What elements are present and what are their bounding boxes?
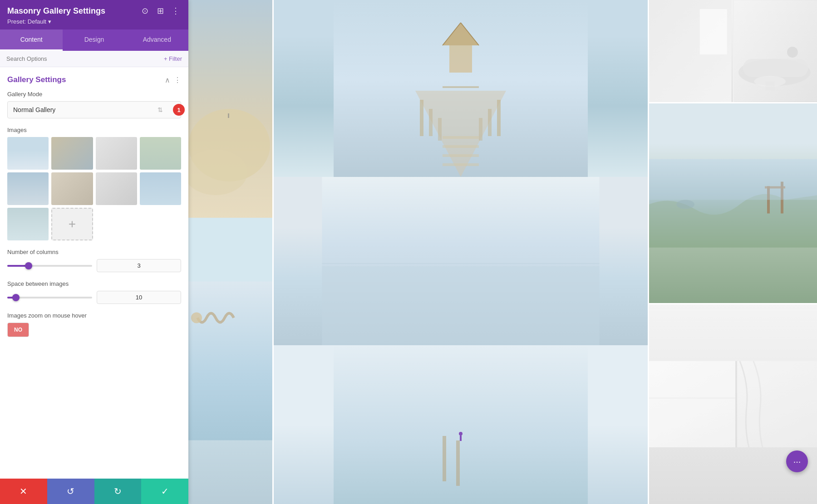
- zoom-off-option[interactable]: NO: [8, 323, 29, 337]
- svg-point-44: [676, 200, 694, 209]
- images-label: Images: [7, 127, 181, 133]
- svg-rect-10: [429, 109, 433, 136]
- svg-rect-3: [228, 113, 229, 118]
- step-badge: 1: [173, 104, 185, 116]
- tab-bar: Content Design Advanced: [0, 29, 188, 51]
- svg-rect-49: [649, 361, 735, 447]
- bottom-action-bar: ✕ ↺ ↻ ✓: [0, 479, 188, 504]
- gallery-mode-wrapper: Normal Gallery Filterable Gallery ⇅ 1: [7, 101, 181, 118]
- space-slider-thumb[interactable]: [12, 294, 20, 301]
- gallery-mode-label: Gallery Mode: [7, 91, 181, 98]
- panel-title: Masonry Gallery Settings: [7, 6, 105, 16]
- gallery-column-1: [188, 0, 272, 504]
- svg-rect-33: [734, 0, 817, 102]
- columns-value-input[interactable]: [97, 259, 181, 272]
- space-slider-row: [7, 291, 181, 304]
- target-icon[interactable]: ⊙: [139, 5, 150, 16]
- zoom-field: Images zoom on mouse hover NO: [7, 312, 181, 337]
- svg-rect-7: [443, 86, 479, 88]
- space-label: Space between images: [7, 280, 181, 287]
- tab-design[interactable]: Design: [63, 29, 125, 51]
- svg-rect-8: [420, 100, 423, 136]
- svg-rect-43: [649, 159, 817, 200]
- svg-rect-15: [449, 45, 472, 73]
- gallery-image-ocean-horizon: [274, 177, 648, 345]
- columns-label: Number of columns: [7, 249, 181, 255]
- svg-rect-18: [443, 136, 479, 139]
- svg-rect-23: [322, 266, 599, 345]
- image-thumb-5[interactable]: [7, 172, 49, 205]
- image-thumb-4[interactable]: [140, 137, 181, 170]
- preset-label[interactable]: Preset: Default ▾: [7, 18, 181, 25]
- images-grid: +: [7, 137, 181, 240]
- image-thumb-7[interactable]: [96, 172, 137, 205]
- filter-button[interactable]: + Filter: [164, 55, 182, 62]
- gallery-top-row: [649, 0, 817, 102]
- search-input[interactable]: [6, 55, 160, 62]
- svg-rect-38: [765, 81, 774, 90]
- grid-icon[interactable]: ⊞: [155, 5, 166, 16]
- image-thumb-3[interactable]: [96, 137, 137, 170]
- more-icon[interactable]: ⋮: [170, 5, 181, 16]
- svg-rect-26: [443, 436, 446, 481]
- zoom-label: Images zoom on mouse hover: [7, 312, 181, 319]
- search-bar: + Filter: [0, 51, 188, 67]
- gallery-image-beach-sand: [188, 0, 272, 218]
- svg-rect-47: [735, 361, 737, 447]
- svg-rect-27: [456, 440, 460, 486]
- svg-rect-35: [743, 59, 808, 77]
- chat-bubble[interactable]: ···: [786, 450, 808, 472]
- columns-slider-track[interactable]: [7, 265, 92, 267]
- gallery-column-2: [274, 0, 648, 504]
- svg-rect-32: [700, 9, 727, 54]
- image-thumb-8[interactable]: [140, 172, 181, 205]
- image-thumb-2[interactable]: [51, 137, 93, 170]
- gallery-image-white-interior: [649, 0, 733, 102]
- add-image-button[interactable]: +: [51, 208, 93, 240]
- section-more-icon[interactable]: ⋮: [174, 76, 181, 84]
- gallery-preview: [188, 0, 817, 504]
- gallery-image-white-sofa: [734, 0, 817, 102]
- zoom-toggle-row: NO: [7, 323, 181, 337]
- settings-panel: Masonry Gallery Settings ⊙ ⊞ ⋮ Preset: D…: [0, 0, 188, 504]
- close-button[interactable]: ✕: [0, 479, 47, 504]
- image-thumb-1[interactable]: [7, 137, 49, 170]
- gallery-image-dock-pier: [274, 0, 648, 177]
- svg-point-5: [191, 313, 202, 323]
- svg-point-36: [787, 47, 798, 58]
- header-top: Masonry Gallery Settings ⊙ ⊞ ⋮: [7, 5, 181, 16]
- svg-rect-12: [438, 118, 442, 141]
- gallery-mode-select[interactable]: Normal Gallery Filterable Gallery: [7, 101, 181, 118]
- section-title: Gallery Settings: [7, 75, 66, 84]
- gallery-settings-section: Gallery Settings ∧ ⋮: [7, 75, 181, 84]
- svg-rect-13: [479, 118, 482, 141]
- redo-button[interactable]: ↻: [94, 479, 142, 504]
- svg-rect-19: [443, 145, 479, 148]
- sidebar-header: Masonry Gallery Settings ⊙ ⊞ ⋮ Preset: D…: [0, 0, 188, 29]
- svg-rect-29: [460, 435, 462, 441]
- svg-rect-21: [443, 163, 479, 166]
- tab-advanced[interactable]: Advanced: [126, 29, 188, 51]
- space-field: Space between images: [7, 280, 181, 304]
- svg-rect-20: [443, 154, 479, 157]
- image-thumb-6[interactable]: [51, 172, 93, 205]
- gallery-image-coastal-cliff: [649, 103, 817, 303]
- undo-button[interactable]: ↺: [47, 479, 94, 504]
- svg-rect-25: [334, 345, 588, 504]
- image-thumb-9[interactable]: [7, 208, 49, 240]
- collapse-icon[interactable]: ∧: [165, 76, 170, 84]
- svg-rect-11: [488, 109, 492, 136]
- svg-rect-4: [188, 282, 272, 440]
- gallery-column-3: [649, 0, 817, 504]
- tab-content[interactable]: Content: [0, 29, 63, 51]
- save-button[interactable]: ✓: [141, 479, 188, 504]
- columns-slider-thumb[interactable]: [25, 262, 32, 269]
- space-value-input[interactable]: [97, 291, 181, 304]
- columns-slider-row: [7, 259, 181, 272]
- images-field: Images +: [7, 127, 181, 240]
- space-slider-track[interactable]: [7, 297, 92, 298]
- columns-field: Number of columns: [7, 249, 181, 272]
- gallery-image-dock-bottom: [188, 218, 272, 504]
- gallery-image-ocean-figure: [274, 345, 648, 504]
- gallery-image-white-curtain: [649, 304, 817, 504]
